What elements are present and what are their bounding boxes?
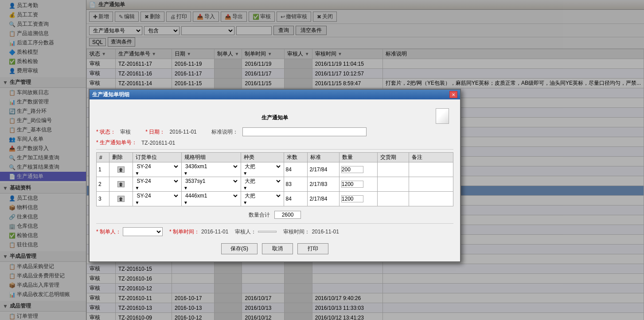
orderno-value: TZ-201611-01 — [141, 140, 175, 146]
inner-col-unit: 订货单位 — [133, 153, 182, 162]
inner-cell-delivery — [377, 177, 409, 192]
inner-col-spec: 规格明细 — [181, 153, 241, 162]
inner-cell-no: 3 — [97, 192, 109, 206]
maker-field: * 制单人： — [96, 227, 163, 236]
inner-cell-type[interactable]: 大把 ▼ — [241, 162, 284, 177]
divider — [96, 149, 453, 150]
divider2 — [96, 223, 453, 224]
inner-cell-spec[interactable]: 4446xm1 ▼ — [181, 192, 241, 206]
modal-titlebar: 生产通知单明细 ✕ — [90, 90, 460, 99]
make-time-value: 2016-11-01 — [201, 229, 228, 235]
inner-cell-del[interactable]: 🗑 — [109, 162, 133, 177]
inner-table-row[interactable]: 2 🗑 SY-24 ▼ 3537sy1 ▼ 大把 ▼ 83 2/17/83 — [97, 177, 453, 192]
inner-table-row[interactable]: 3 🗑 SY-24 ▼ 4446xm1 ▼ 大把 ▼ 84 2/17/84 — [97, 192, 453, 206]
inner-cell-delivery — [377, 192, 409, 206]
form-row-orderno: * 生产通知单号： TZ-201611-01 — [96, 139, 453, 146]
inner-table-row[interactable]: 1 🗑 SY-24 ▼ 3436xm1 ▼ 大把 ▼ 84 2/17/84 — [97, 162, 453, 177]
orderno-label: * 生产通知单号： — [96, 139, 137, 146]
inner-cell-qty[interactable] — [339, 177, 377, 192]
inner-cell-no: 1 — [97, 162, 109, 177]
inner-col-standard: 标准 — [308, 153, 339, 162]
std-input[interactable] — [242, 127, 367, 136]
form-row-status: * 状态： 审核 * 日期： 2016-11-01 标准说明： — [96, 127, 453, 136]
inner-cell-qty[interactable] — [339, 162, 377, 177]
make-time-field: * 制单时间： 2016-11-01 — [169, 228, 228, 236]
modal-close-button[interactable]: ✕ — [449, 91, 457, 98]
auditor-value — [258, 231, 277, 233]
inner-cell-meters: 84 — [284, 162, 308, 177]
make-time-label: * 制单时间： — [169, 228, 199, 236]
auditor-field: 审核人： — [235, 228, 277, 236]
date-value: 2016-11-01 — [169, 129, 196, 135]
inner-cell-meters: 83 — [284, 177, 308, 192]
inner-cell-standard: 2/17/84 — [308, 162, 339, 177]
status-value: 审核 — [120, 128, 131, 136]
summary-value: 2600 — [274, 211, 301, 219]
audit-time-field: 审核时间： 2016-11-01 — [283, 228, 339, 236]
inner-col-del: 删除 — [109, 153, 133, 162]
status-label: * 状态： — [96, 128, 116, 136]
inner-col-remark: 备注 — [409, 153, 453, 162]
inner-cell-no: 2 — [97, 177, 109, 192]
inner-cell-type[interactable]: 大把 ▼ — [241, 192, 284, 206]
inner-col-qty: 数量 — [339, 153, 377, 162]
inner-col-meters: 米数 — [284, 153, 308, 162]
inner-cell-qty[interactable] — [339, 192, 377, 206]
modal-dialog: 生产通知单明细 ✕ 生产通知单 * 状态： 审核 * 日期： 2016-11-0… — [89, 89, 461, 262]
inner-cell-standard: 2/17/84 — [308, 192, 339, 206]
auditor-label: 审核人： — [235, 228, 256, 236]
inner-cell-delivery — [377, 162, 409, 177]
summary-row: 数量合计 2600 — [96, 211, 453, 219]
cancel-button[interactable]: 取消 — [262, 243, 293, 254]
bottom-form: * 制单人： * 制单时间： 2016-11-01 审核人： 审核时间： 201… — [96, 227, 453, 236]
inner-cell-remark — [409, 192, 453, 206]
date-label: * 日期： — [145, 128, 165, 136]
inner-table: # 删除 订货单位 规格明细 种类 米数 标准 数量 交货期 备注 1 🗑 SY… — [96, 152, 453, 206]
document-title: 生产通知单 — [96, 104, 453, 125]
maker-select[interactable] — [123, 227, 163, 236]
inner-col-no: # — [97, 153, 109, 162]
modal-print-button[interactable]: 打印 — [297, 243, 328, 254]
inner-cell-remark — [409, 162, 453, 177]
inner-cell-unit[interactable]: SY-24 ▼ — [133, 177, 182, 192]
inner-cell-standard: 2/17/83 — [308, 177, 339, 192]
audit-time-label: 审核时间： — [283, 228, 310, 236]
summary-label: 数量合计 — [249, 211, 270, 219]
maker-label: * 制单人： — [96, 228, 121, 236]
modal-body: 生产通知单 * 状态： 审核 * 日期： 2016-11-01 标准说明： * … — [90, 99, 460, 261]
inner-cell-meters: 84 — [284, 192, 308, 206]
modal-footer: 保存(S) 取消 打印 — [96, 240, 453, 257]
inner-cell-unit[interactable]: SY-24 ▼ — [133, 162, 182, 177]
audit-time-value: 2016-11-01 — [312, 229, 339, 235]
inner-col-delivery: 交货期 — [377, 153, 409, 162]
inner-cell-del[interactable]: 🗑 — [109, 192, 133, 206]
inner-cell-type[interactable]: 大把 ▼ — [241, 177, 284, 192]
inner-cell-spec[interactable]: 3436xm1 ▼ — [181, 162, 241, 177]
std-label: 标准说明： — [211, 128, 238, 136]
inner-cell-unit[interactable]: SY-24 ▼ — [133, 192, 182, 206]
modal-title: 生产通知单明细 — [92, 91, 129, 99]
doc-corner — [436, 108, 449, 124]
save-button[interactable]: 保存(S) — [221, 243, 258, 254]
inner-cell-spec[interactable]: 3537sy1 ▼ — [181, 177, 241, 192]
inner-col-type: 种类 — [241, 153, 284, 162]
inner-cell-del[interactable]: 🗑 — [109, 177, 133, 192]
inner-cell-remark — [409, 177, 453, 192]
